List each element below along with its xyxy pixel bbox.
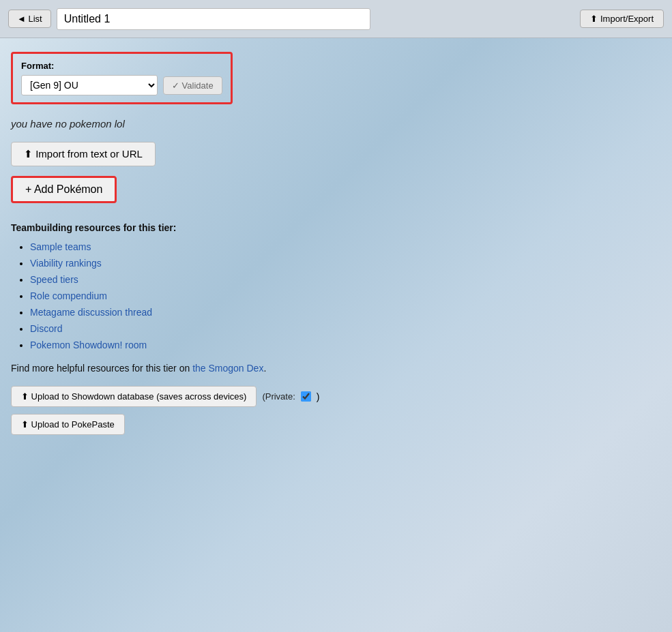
format-label: Format: (21, 61, 222, 71)
upload-pokepaste-button[interactable]: ⬆ Upload to PokePaste (11, 414, 125, 435)
viability-rankings-link[interactable]: Viability rankings (30, 258, 102, 269)
import-export-button[interactable]: ⬆ Import/Export (580, 10, 664, 28)
smogon-text-prefix: Find more helpful resources for this tie… (11, 363, 192, 374)
upload-showdown-row: ⬆ Upload to Showdown database (saves acr… (11, 386, 661, 407)
list-item: Speed tiers (30, 274, 661, 285)
format-select[interactable]: [Gen 9] OU Gen 9 Ubers Gen 9 UU (21, 75, 158, 95)
upload-section: ⬆ Upload to Showdown database (saves acr… (11, 386, 661, 435)
role-compendium-link[interactable]: Role compendium (30, 290, 107, 301)
pokemon-showdown-room-link[interactable]: Pokemon Showdown! room (30, 340, 147, 350)
speed-tiers-link[interactable]: Speed tiers (30, 274, 78, 285)
no-pokemon-message: you have no pokemon lol (11, 118, 661, 130)
smogon-text-suffix: . (263, 363, 266, 374)
smogon-dex-text: Find more helpful resources for this tie… (11, 363, 661, 374)
upload-showdown-button[interactable]: ⬆ Upload to Showdown database (saves acr… (11, 386, 257, 407)
list-item: Sample teams (30, 241, 661, 252)
resources-list: Sample teams Viability rankings Speed ti… (11, 241, 661, 350)
upload-pokepaste-row: ⬆ Upload to PokePaste (11, 414, 661, 435)
list-item: Discord (30, 323, 661, 334)
discord-link[interactable]: Discord (30, 323, 62, 334)
list-item: Viability rankings (30, 258, 661, 269)
format-section: Format: [Gen 9] OU Gen 9 Ubers Gen 9 UU … (11, 52, 233, 104)
metagame-discussion-link[interactable]: Metagame discussion thread (30, 307, 152, 318)
back-button[interactable]: ◄ List (8, 10, 51, 28)
private-checkbox[interactable] (301, 391, 311, 402)
list-item: Pokemon Showdown! room (30, 340, 661, 350)
add-pokemon-button[interactable]: + Add Pokémon (13, 178, 115, 201)
private-label: (Private: (262, 391, 295, 402)
validate-button[interactable]: ✓ Validate (163, 76, 222, 95)
resources-section: Teambuilding resources for this tier: Sa… (11, 222, 661, 374)
team-title-input[interactable] (57, 8, 370, 30)
main-content: Format: [Gen 9] OU Gen 9 Ubers Gen 9 UU … (0, 38, 672, 449)
smogon-dex-link[interactable]: the Smogon Dex (192, 363, 263, 374)
resources-title: Teambuilding resources for this tier: (11, 222, 661, 233)
add-pokemon-wrapper: + Add Pokémon (11, 176, 117, 203)
import-from-text-url-button[interactable]: ⬆ Import from text or URL (11, 142, 156, 166)
private-close-paren: ) (317, 391, 320, 402)
list-item: Metagame discussion thread (30, 307, 661, 318)
list-item: Role compendium (30, 290, 661, 301)
header-bar: ◄ List ⬆ Import/Export (0, 0, 672, 38)
format-controls: [Gen 9] OU Gen 9 Ubers Gen 9 UU ✓ Valida… (21, 75, 222, 95)
sample-teams-link[interactable]: Sample teams (30, 241, 91, 252)
